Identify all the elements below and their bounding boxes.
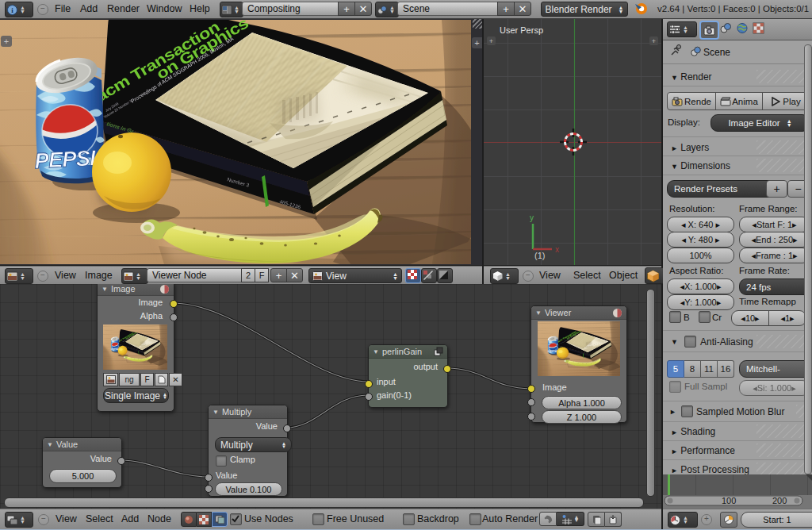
svg-text:+: + — [652, 37, 656, 45]
svg-text:y: y — [530, 213, 534, 222]
svg-text:+: + — [489, 37, 493, 45]
svg-text:User Persp: User Persp — [500, 25, 543, 35]
svg-text:100: 100 — [722, 496, 736, 505]
svg-text:x: x — [555, 245, 559, 254]
svg-text:(1): (1) — [534, 251, 545, 260]
svg-text:200: 200 — [772, 496, 787, 505]
